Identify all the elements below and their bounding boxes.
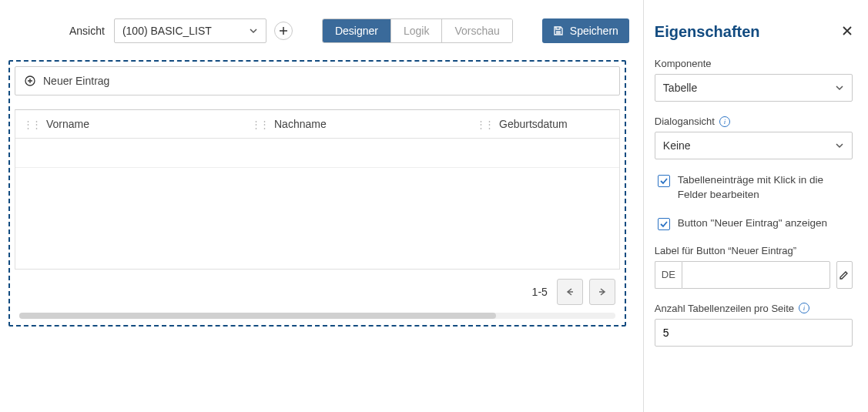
checkbox-inline-edit-label: Tabelleneinträge mit Klick in die Felder… xyxy=(678,173,853,203)
plus-icon xyxy=(279,26,288,35)
tab-vorschau[interactable]: Vorschau xyxy=(442,19,511,42)
component-select-value: Tabelle xyxy=(663,82,697,94)
checkbox-show-new-entry-label: Button "Neuer Eintrag" anzeigen xyxy=(678,216,827,231)
tab-logik[interactable]: Logik xyxy=(391,19,442,42)
chevron-down-icon xyxy=(835,83,844,92)
component-label: Komponente xyxy=(655,58,853,69)
pager-next-button[interactable] xyxy=(589,279,615,305)
arrow-left-icon xyxy=(565,286,575,297)
design-canvas[interactable]: Neuer Eintrag ⋮⋮Vorname ⋮⋮Nachname ⋮⋮Geb… xyxy=(8,60,626,320)
check-icon xyxy=(660,220,668,228)
table-component: Neuer Eintrag ⋮⋮Vorname ⋮⋮Nachname ⋮⋮Geb… xyxy=(10,62,625,325)
pencil-icon xyxy=(839,270,850,280)
checkbox-inline-edit[interactable] xyxy=(658,175,670,187)
dialog-select[interactable]: Keine xyxy=(655,132,853,159)
plus-circle-icon xyxy=(25,75,35,86)
close-panel-button[interactable] xyxy=(842,24,853,40)
table-row xyxy=(15,139,619,168)
add-view-button[interactable] xyxy=(274,22,293,40)
lang-prefix: DE xyxy=(655,261,682,289)
drag-handle-icon: ⋮⋮ xyxy=(251,119,268,130)
drag-handle-icon: ⋮⋮ xyxy=(23,119,40,130)
checkbox-show-new-entry[interactable] xyxy=(658,218,670,230)
save-icon xyxy=(553,25,564,36)
info-icon[interactable]: i xyxy=(719,116,730,127)
rows-per-page-input[interactable] xyxy=(655,319,853,347)
mode-tabs: Designer Logik Vorschau xyxy=(322,18,513,43)
dialog-select-value: Keine xyxy=(663,139,691,152)
button-label-input[interactable] xyxy=(682,261,830,289)
chevron-down-icon xyxy=(835,141,844,150)
info-icon[interactable]: i xyxy=(799,303,809,313)
arrow-right-icon xyxy=(597,286,608,297)
toolbar: Ansicht (100) BASIC_LIST Designer Logik … xyxy=(0,0,643,62)
properties-panel: Eigenschaften Komponente Tabelle Dialoga… xyxy=(644,0,868,412)
column-header-nachname[interactable]: ⋮⋮Nachname xyxy=(243,110,468,138)
pager-prev-button[interactable] xyxy=(557,279,583,305)
tab-designer[interactable]: Designer xyxy=(323,19,391,42)
dialog-label: Dialogansicht xyxy=(655,116,715,127)
drag-handle-icon: ⋮⋮ xyxy=(476,119,493,130)
view-select[interactable]: (100) BASIC_LIST xyxy=(114,18,266,43)
horizontal-scrollbar[interactable] xyxy=(19,313,615,319)
selected-component-frame[interactable]: Neuer Eintrag ⋮⋮Vorname ⋮⋮Nachname ⋮⋮Geb… xyxy=(8,60,626,327)
check-icon xyxy=(660,177,668,185)
component-select[interactable]: Tabelle xyxy=(655,74,853,102)
close-icon xyxy=(842,25,853,36)
rows-label: Anzahl Tabellenzeilen pro Seite xyxy=(655,303,794,314)
pager-range: 1-5 xyxy=(532,286,548,298)
chevron-down-icon xyxy=(249,26,258,35)
pager: 1-5 xyxy=(15,270,620,313)
view-label: Ansicht xyxy=(69,25,105,37)
button-label-label: Label für Button “Neuer Eintrag” xyxy=(655,245,853,256)
edit-translations-button[interactable] xyxy=(836,261,853,289)
new-entry-button[interactable]: Neuer Eintrag xyxy=(15,66,620,95)
panel-title: Eigenschaften xyxy=(655,23,760,41)
scrollbar-thumb[interactable] xyxy=(19,313,496,319)
new-entry-label: Neuer Eintrag xyxy=(43,75,109,87)
save-button[interactable]: Speichern xyxy=(542,18,629,43)
table-body xyxy=(15,139,620,270)
table-header: ⋮⋮Vorname ⋮⋮Nachname ⋮⋮Geburtsdatum xyxy=(15,109,620,139)
view-select-value: (100) BASIC_LIST xyxy=(122,25,212,37)
column-header-geburtsdatum[interactable]: ⋮⋮Geburtsdatum xyxy=(468,110,619,138)
column-header-vorname[interactable]: ⋮⋮Vorname xyxy=(15,110,243,138)
